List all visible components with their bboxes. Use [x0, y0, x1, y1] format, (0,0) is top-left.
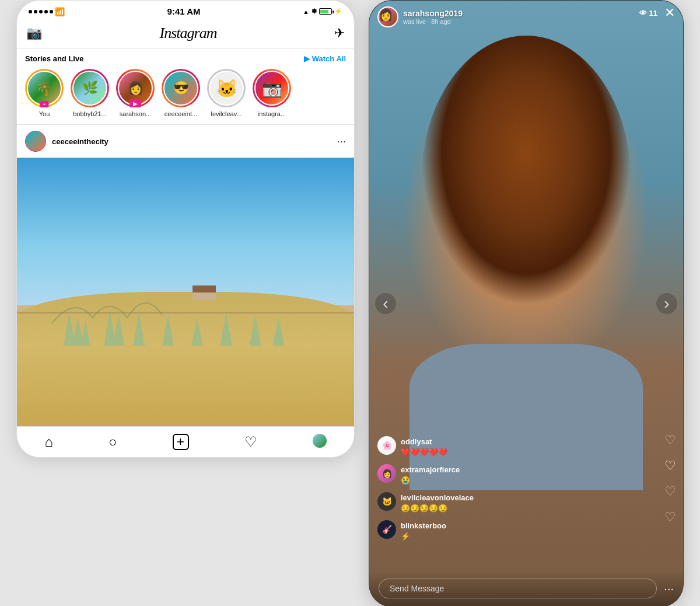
- live-top-bar: 👩 sarahsong2019 was live · 8h ago 👁 11 ✕: [369, 1, 683, 33]
- post-more-button[interactable]: ···: [337, 135, 346, 148]
- viewer-count: 11: [649, 9, 657, 18]
- status-time: 9:41 AM: [167, 6, 201, 16]
- live-viewers: 👁 11: [639, 9, 657, 18]
- story-item-ceecee[interactable]: 😎 ceeceeint...: [162, 69, 200, 117]
- story-item-sarah[interactable]: 👩 ▶ sarahson...: [116, 69, 155, 117]
- live-right-controls: 👁 11 ✕: [639, 6, 675, 19]
- screens-container: 📶 9:41 AM ▲ ✽ ⚡ 📷 Instagram ✈ Stories an…: [16, 0, 684, 606]
- battery-fill: [320, 10, 328, 13]
- comment-avatar-levil: 🐱: [377, 492, 396, 511]
- search-nav-button[interactable]: ○: [108, 434, 117, 450]
- charging-icon: ⚡: [334, 8, 342, 15]
- close-live-button[interactable]: ✕: [664, 6, 675, 19]
- stories-row: 🌴 + You 🌿: [17, 69, 354, 117]
- home-nav-button[interactable]: ⌂: [45, 434, 54, 450]
- beach-fence: [17, 312, 354, 314]
- more-options-button[interactable]: ···: [664, 582, 674, 595]
- story-ring-ceecee: 😎: [162, 69, 200, 107]
- ig-logo: Instagram: [160, 25, 217, 42]
- comment-item-levil: 🐱 levilcleavonlovelace 😏😏😏😏😏: [377, 492, 646, 513]
- left-phone: 📶 9:41 AM ▲ ✽ ⚡ 📷 Instagram ✈ Stories an…: [16, 0, 355, 458]
- signal-dot-2: [34, 10, 37, 13]
- bluetooth-icon: ✽: [312, 8, 317, 15]
- ig-header: 📷 Instagram ✈: [17, 20, 354, 48]
- story-item-levil[interactable]: 🐱 levilcleav...: [207, 69, 246, 117]
- svg-marker-7: [191, 318, 203, 346]
- live-user-avatar[interactable]: 👩: [377, 6, 398, 27]
- likes-nav-button[interactable]: ♡: [244, 434, 257, 450]
- prev-arrow-button[interactable]: ‹: [375, 293, 396, 314]
- story-avatar-inner-instagram: 📷: [254, 71, 289, 106]
- watch-all-button[interactable]: ▶ Watch All: [304, 54, 346, 63]
- comment-username-blink: blinksterboo: [401, 521, 446, 530]
- svg-marker-10: [272, 318, 284, 346]
- heart-button-1[interactable]: ♡: [664, 433, 676, 448]
- comment-item-blink: 🎸 blinksterboo ⚡: [377, 520, 646, 541]
- story-avatar-sarah: 👩 ▶: [116, 69, 155, 107]
- eye-icon: 👁: [639, 9, 647, 18]
- comments-area: 🌸 oddlysat ❤️❤️❤️❤️❤️ 👩 extramajorfierce…: [369, 436, 654, 548]
- story-label-ceecee: ceeceeint...: [162, 110, 200, 117]
- post-header: ceeceeinthecity ···: [17, 125, 354, 158]
- svg-marker-6: [162, 315, 174, 346]
- heart-button-3[interactable]: ♡: [664, 484, 676, 499]
- comment-username-extra: extramajorfierce: [401, 465, 460, 474]
- heart-button-2[interactable]: ♡: [664, 458, 676, 473]
- direct-message-button[interactable]: ✈: [334, 26, 345, 41]
- signal-dot-3: [39, 10, 43, 13]
- you-plus-badge: +: [40, 101, 48, 107]
- signal-dot-5: [50, 10, 53, 13]
- comment-username-oddlysat: oddlysat: [401, 437, 432, 446]
- hair-overlay: [421, 36, 631, 328]
- hearts-right: ♡ ♡ ♡ ♡: [664, 433, 676, 525]
- profile-nav-button[interactable]: [313, 434, 327, 448]
- add-post-button[interactable]: +: [173, 434, 189, 450]
- camera-button[interactable]: 📷: [26, 26, 42, 41]
- location-icon: ▲: [303, 8, 309, 15]
- wifi-icon: 📶: [55, 7, 65, 16]
- story-item-instagram[interactable]: 📷 instagra...: [253, 69, 291, 117]
- comment-item-extra: 👩 extramajorfierce 😭: [377, 464, 646, 485]
- comment-avatar-oddlysat: 🌸: [377, 436, 396, 455]
- comment-msg-blink: ⚡: [401, 532, 410, 541]
- comment-msg-oddlysat: ❤️❤️❤️❤️❤️: [401, 448, 447, 457]
- right-phone: 👩 sarahsong2019 was live · 8h ago 👁 11 ✕: [369, 0, 684, 606]
- story-item-you[interactable]: 🌴 + You: [25, 69, 64, 117]
- send-message-button[interactable]: Send Message: [379, 579, 657, 598]
- post-avatar[interactable]: [25, 131, 46, 152]
- live-username: sarahsong2019: [403, 9, 463, 18]
- svg-marker-9: [250, 315, 261, 346]
- comment-text-extra: extramajorfierce 😭: [401, 464, 460, 485]
- comment-msg-extra: 😭: [401, 476, 410, 485]
- comment-avatar-blink: 🎸: [377, 520, 396, 539]
- story-ring-bobby: 🌿: [71, 69, 109, 107]
- story-avatar-bobby: 🌿: [71, 69, 109, 107]
- battery-icon: [319, 8, 332, 15]
- story-item-bobby[interactable]: 🌿 bobbyb21...: [71, 69, 109, 117]
- comment-username-levil: levilcleavonlovelace: [401, 493, 474, 502]
- story-avatar-you: 🌴 +: [25, 69, 64, 107]
- post-username: ceeceeinthecity: [52, 137, 108, 146]
- live-bottom-bar: Send Message ···: [369, 570, 683, 606]
- story-avatar-inner-bobby: 🌿: [72, 71, 107, 106]
- next-arrow-button[interactable]: ›: [656, 293, 677, 314]
- story-label-you: You: [25, 110, 64, 117]
- story-label-levil: levilcleav...: [207, 110, 246, 117]
- live-user-info: 👩 sarahsong2019 was live · 8h ago: [377, 6, 463, 27]
- status-right-icons: ▲ ✽ ⚡: [303, 8, 342, 15]
- stories-section: Stories and Live ▶ Watch All 🌴 + You: [17, 48, 354, 125]
- story-ring-instagram: 📷: [253, 69, 291, 107]
- live-status: was live · 8h ago: [403, 18, 463, 25]
- svg-marker-2: [81, 321, 90, 346]
- stories-title: Stories and Live: [25, 54, 83, 63]
- svg-marker-8: [220, 312, 232, 346]
- stories-header: Stories and Live ▶ Watch All: [17, 54, 354, 69]
- story-label-instagram: instagra...: [253, 110, 291, 117]
- heart-button-4[interactable]: ♡: [664, 510, 676, 525]
- story-avatar-inner-ceecee: 😎: [163, 71, 198, 106]
- story-avatar-inner-you: 🌴: [27, 71, 62, 106]
- comment-text-blink: blinksterboo ⚡: [401, 520, 446, 541]
- live-screen: 👩 sarahsong2019 was live · 8h ago 👁 11 ✕: [369, 1, 683, 606]
- story-avatar-levil: 🐱: [207, 69, 246, 107]
- post-user-info: ceeceeinthecity: [25, 131, 108, 152]
